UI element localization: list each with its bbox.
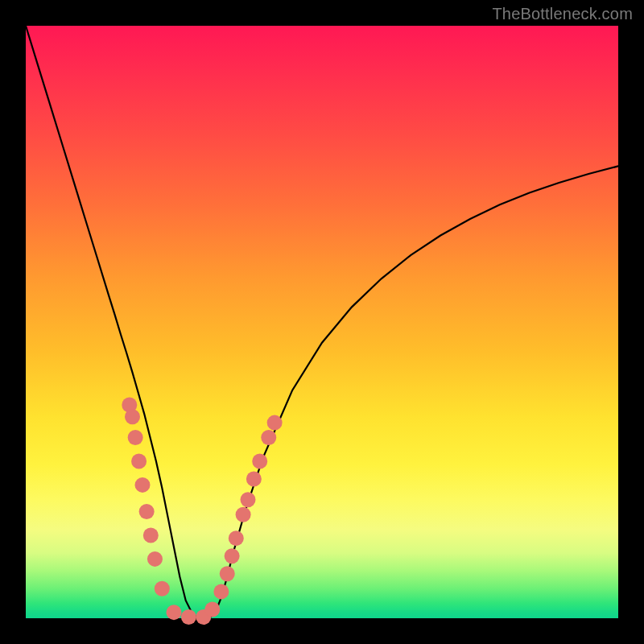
marker-dot bbox=[241, 492, 256, 507]
marker-dot bbox=[143, 527, 159, 543]
watermark-text: TheBottleneck.com bbox=[492, 5, 633, 23]
marker-dot bbox=[252, 453, 267, 469]
outer-frame: TheBottleneck.com bbox=[0, 0, 644, 644]
marker-dot bbox=[125, 409, 140, 424]
marker-dot bbox=[134, 477, 150, 493]
marker-dot bbox=[155, 581, 170, 597]
marker-dot bbox=[204, 601, 220, 617]
chart-svg bbox=[26, 26, 618, 618]
marker-dot bbox=[220, 566, 235, 581]
plot-area bbox=[26, 26, 618, 618]
marker-dot bbox=[131, 453, 147, 469]
marker-dots-group bbox=[122, 398, 282, 625]
marker-dot bbox=[261, 430, 276, 445]
marker-dot bbox=[147, 551, 163, 567]
marker-dot bbox=[229, 530, 244, 546]
bottleneck-curve bbox=[26, 26, 618, 618]
marker-dot bbox=[181, 609, 196, 625]
marker-dot bbox=[139, 504, 155, 519]
marker-dot bbox=[167, 605, 182, 620]
marker-dot bbox=[246, 472, 262, 487]
marker-dot bbox=[225, 548, 240, 564]
marker-dot bbox=[267, 415, 283, 431]
marker-dot bbox=[213, 584, 229, 599]
marker-dot bbox=[236, 507, 251, 522]
marker-dot bbox=[128, 430, 143, 445]
